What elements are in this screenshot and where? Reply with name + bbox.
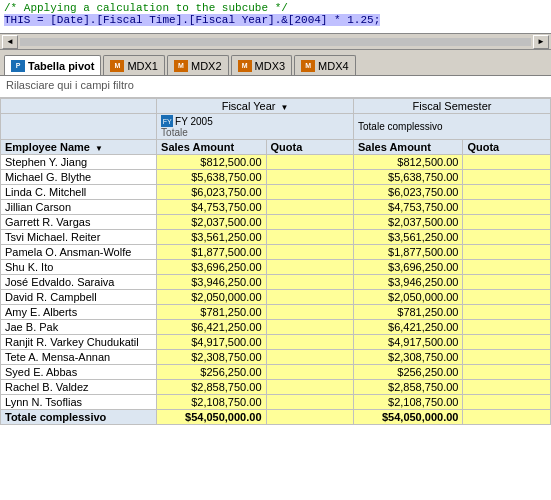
sales-amount-1-cell: $1,877,500.00: [157, 245, 266, 260]
quota-2-cell: [463, 200, 551, 215]
employee-name-column-header[interactable]: Employee Name ▼: [1, 140, 157, 155]
scroll-right-button[interactable]: ►: [533, 35, 549, 49]
sales-amount-2-header: Sales Amount: [354, 140, 463, 155]
tab-mdx2-label: MDX2: [191, 60, 222, 72]
quota-1-cell: [266, 200, 354, 215]
tab-mdx1-label: MDX1: [127, 60, 158, 72]
employee-name-cell: Tsvi Michael. Reiter: [1, 230, 157, 245]
quota-2-cell: [463, 215, 551, 230]
sales-amount-2-cell: $2,858,750.00: [354, 380, 463, 395]
table-row: Garrett R. Vargas$2,037,500.00$2,037,500…: [1, 215, 551, 230]
table-row: Amy E. Alberts$781,250.00$781,250.00: [1, 305, 551, 320]
quota-2-cell: [463, 395, 551, 410]
sales-amount-2-cell: $3,696,250.00: [354, 260, 463, 275]
quota-2-cell: [463, 320, 551, 335]
quota-1-cell: [266, 320, 354, 335]
quota-2-cell: [463, 305, 551, 320]
quota-2-cell: [463, 350, 551, 365]
code-comment: /* Applying a calculation to the subcube…: [4, 2, 547, 14]
employee-name-cell: Jae B. Pak: [1, 320, 157, 335]
scroll-left-button[interactable]: ◄: [2, 35, 18, 49]
employee-sort-icon: ▼: [95, 144, 103, 153]
sales-amount-2-cell: $2,108,750.00: [354, 395, 463, 410]
table-row: Tete A. Mensa-Annan$2,308,750.00$2,308,7…: [1, 350, 551, 365]
year-value-header-row: FY FY 2005 Totale Totale complessivo: [1, 114, 551, 140]
sales-amount-1-cell: $2,108,750.00: [157, 395, 266, 410]
employee-name-cell: Lynn N. Tsoflias: [1, 395, 157, 410]
tab-mdx2[interactable]: M MDX2: [167, 55, 229, 75]
table-row: Shu K. Ito$3,696,250.00$3,696,250.00: [1, 260, 551, 275]
employee-name-cell: Ranjit R. Varkey Chudukatil: [1, 335, 157, 350]
sales-amount-2-cell: $54,050,000.00: [354, 410, 463, 425]
quota-1-cell: [266, 260, 354, 275]
quota-1-cell: [266, 185, 354, 200]
employee-name-cell: Linda C. Mitchell: [1, 185, 157, 200]
quota-1-cell: [266, 275, 354, 290]
table-row: Pamela O. Ansman-Wolfe$1,877,500.00$1,87…: [1, 245, 551, 260]
tab-mdx3-label: MDX3: [255, 60, 286, 72]
quota-1-cell: [266, 155, 354, 170]
code-editor: /* Applying a calculation to the subcube…: [0, 0, 551, 34]
quota-1-cell: [266, 410, 354, 425]
employee-name-cell: Rachel B. Valdez: [1, 380, 157, 395]
quota-1-cell: [266, 305, 354, 320]
quota-2-cell: [463, 380, 551, 395]
quota-2-cell: [463, 365, 551, 380]
table-row: Stephen Y. Jiang$812,500.00$812,500.00: [1, 155, 551, 170]
sales-amount-1-cell: $2,858,750.00: [157, 380, 266, 395]
sales-amount-2-cell: $1,877,500.00: [354, 245, 463, 260]
employee-name-cell: Michael G. Blythe: [1, 170, 157, 185]
table-row: Michael G. Blythe$5,638,750.00$5,638,750…: [1, 170, 551, 185]
sales-amount-2-cell: $781,250.00: [354, 305, 463, 320]
tabs-bar: P Tabella pivot M MDX1 M MDX2 M MDX3 M: [0, 50, 551, 76]
quota-2-cell: [463, 185, 551, 200]
fiscal-year-header[interactable]: Fiscal Year ▼: [157, 99, 354, 114]
employee-name-cell: Pamela O. Ansman-Wolfe: [1, 245, 157, 260]
quota-2-cell: [463, 230, 551, 245]
fy2005-header: FY FY 2005 Totale: [157, 114, 354, 140]
filter-drop-area[interactable]: Rilasciare qui i campi filtro: [0, 76, 551, 98]
table-row: José Edvaldo. Saraiva$3,946,250.00$3,946…: [1, 275, 551, 290]
code-expression: THIS = [Date].[Fiscal Time].[Fiscal Year…: [4, 14, 547, 26]
filter-placeholder-text: Rilasciare qui i campi filtro: [6, 79, 134, 91]
sales-amount-2-cell: $6,023,750.00: [354, 185, 463, 200]
table-row: Lynn N. Tsoflias$2,108,750.00$2,108,750.…: [1, 395, 551, 410]
sales-amount-2-cell: $6,421,250.00: [354, 320, 463, 335]
sales-amount-2-cell: $2,050,000.00: [354, 290, 463, 305]
sales-amount-1-header: Sales Amount: [157, 140, 266, 155]
sales-amount-1-cell: $3,561,250.00: [157, 230, 266, 245]
horizontal-scrollbar[interactable]: ◄ ►: [0, 34, 551, 50]
sales-amount-1-cell: $4,917,500.00: [157, 335, 266, 350]
sales-amount-2-cell: $2,037,500.00: [354, 215, 463, 230]
column-group-header-row: Fiscal Year ▼ Fiscal Semester: [1, 99, 551, 114]
totale-subheader: Totale: [161, 127, 349, 138]
tab-pivot-label: Tabella pivot: [28, 60, 94, 72]
quota-2-cell: [463, 260, 551, 275]
table-row: Linda C. Mitchell$6,023,750.00$6,023,750…: [1, 185, 551, 200]
table-row: Jae B. Pak$6,421,250.00$6,421,250.00: [1, 320, 551, 335]
pivot-table-area[interactable]: Fiscal Year ▼ Fiscal Semester FY FY 2005: [0, 98, 551, 500]
table-row: David R. Campbell$2,050,000.00$2,050,000…: [1, 290, 551, 305]
column-label-header-row: Employee Name ▼ Sales Amount Quota Sales…: [1, 140, 551, 155]
scroll-track[interactable]: [20, 38, 531, 46]
tab-mdx3[interactable]: M MDX3: [231, 55, 293, 75]
quota-1-cell: [266, 215, 354, 230]
mdx2-icon: M: [174, 60, 188, 72]
quota-1-cell: [266, 230, 354, 245]
tab-mdx4-label: MDX4: [318, 60, 349, 72]
quota-2-cell: [463, 170, 551, 185]
employee-name-cell: Stephen Y. Jiang: [1, 155, 157, 170]
tab-mdx4[interactable]: M MDX4: [294, 55, 356, 75]
employee-name-cell: David R. Campbell: [1, 290, 157, 305]
tab-mdx1[interactable]: M MDX1: [103, 55, 165, 75]
tab-pivot[interactable]: P Tabella pivot: [4, 55, 101, 75]
employee-name-cell: Tete A. Mensa-Annan: [1, 350, 157, 365]
employee-name-cell: Shu K. Ito: [1, 260, 157, 275]
fiscal-semester-header[interactable]: Fiscal Semester: [354, 99, 551, 114]
sales-amount-1-cell: $781,250.00: [157, 305, 266, 320]
quota-2-header: Quota: [463, 140, 551, 155]
quota-1-header: Quota: [266, 140, 354, 155]
sales-amount-2-cell: $3,946,250.00: [354, 275, 463, 290]
quota-1-cell: [266, 380, 354, 395]
employee-name-cell: Totale complessivo: [1, 410, 157, 425]
